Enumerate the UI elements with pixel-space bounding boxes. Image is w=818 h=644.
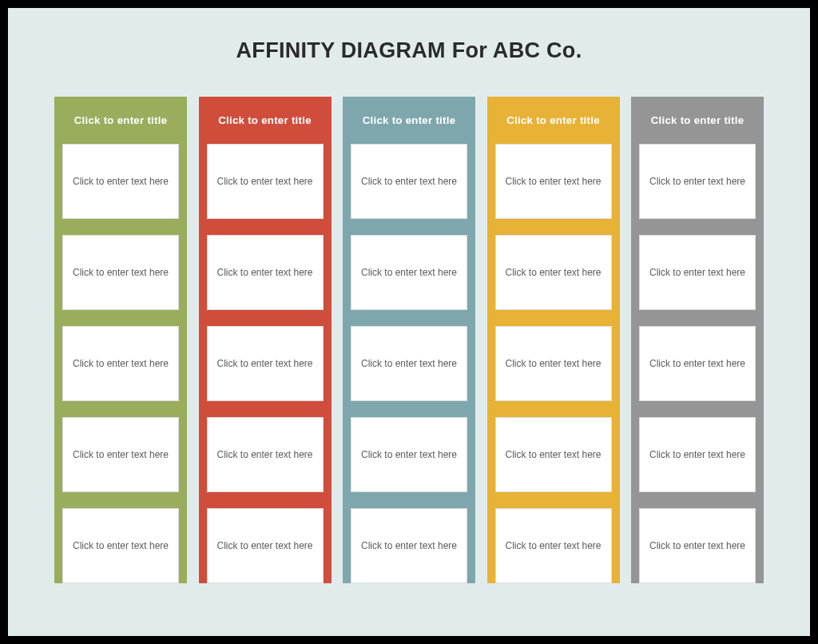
cards-wrap: Click to enter text here Click to enter … [631,144,764,583]
affinity-card[interactable]: Click to enter text here [207,235,324,310]
cards-wrap: Click to enter text here Click to enter … [199,144,332,583]
affinity-card[interactable]: Click to enter text here [495,508,612,583]
affinity-card[interactable]: Click to enter text here [62,144,179,219]
affinity-card[interactable]: Click to enter text here [639,326,756,401]
affinity-card[interactable]: Click to enter text here [351,235,467,310]
affinity-card[interactable]: Click to enter text here [62,326,179,401]
affinity-card[interactable]: Click to enter text here [62,508,179,583]
affinity-card[interactable]: Click to enter text here [351,144,467,219]
column-title[interactable]: Click to enter title [487,97,620,144]
cards-wrap: Click to enter text here Click to enter … [343,144,475,583]
affinity-card[interactable]: Click to enter text here [207,144,324,219]
affinity-card[interactable]: Click to enter text here [351,508,467,583]
affinity-column: Click to enter title Click to enter text… [54,97,187,583]
affinity-card[interactable]: Click to enter text here [495,144,612,219]
affinity-card[interactable]: Click to enter text here [639,508,756,583]
affinity-column: Click to enter title Click to enter text… [343,97,475,583]
column-title[interactable]: Click to enter title [199,97,332,144]
column-title[interactable]: Click to enter title [54,97,187,144]
affinity-card[interactable]: Click to enter text here [639,417,756,492]
affinity-card[interactable]: Click to enter text here [207,417,324,492]
diagram-canvas: AFFINITY DIAGRAM For ABC Co. Click to en… [8,8,810,636]
cards-wrap: Click to enter text here Click to enter … [54,144,187,583]
affinity-column: Click to enter title Click to enter text… [631,97,764,583]
affinity-card[interactable]: Click to enter text here [62,235,179,310]
cards-wrap: Click to enter text here Click to enter … [487,144,620,583]
affinity-card[interactable]: Click to enter text here [495,417,612,492]
columns-container: Click to enter title Click to enter text… [8,97,810,583]
affinity-card[interactable]: Click to enter text here [351,417,467,492]
affinity-card[interactable]: Click to enter text here [495,326,612,401]
affinity-card[interactable]: Click to enter text here [639,144,756,219]
outer-frame: AFFINITY DIAGRAM For ABC Co. Click to en… [0,0,818,644]
page-title[interactable]: AFFINITY DIAGRAM For ABC Co. [8,38,810,63]
affinity-column: Click to enter title Click to enter text… [487,97,620,583]
affinity-column: Click to enter title Click to enter text… [199,97,332,583]
affinity-card[interactable]: Click to enter text here [207,326,324,401]
affinity-card[interactable]: Click to enter text here [351,326,467,401]
column-title[interactable]: Click to enter title [343,97,475,144]
column-title[interactable]: Click to enter title [631,97,764,144]
affinity-card[interactable]: Click to enter text here [207,508,324,583]
affinity-card[interactable]: Click to enter text here [639,235,756,310]
affinity-card[interactable]: Click to enter text here [62,417,179,492]
affinity-card[interactable]: Click to enter text here [495,235,612,310]
